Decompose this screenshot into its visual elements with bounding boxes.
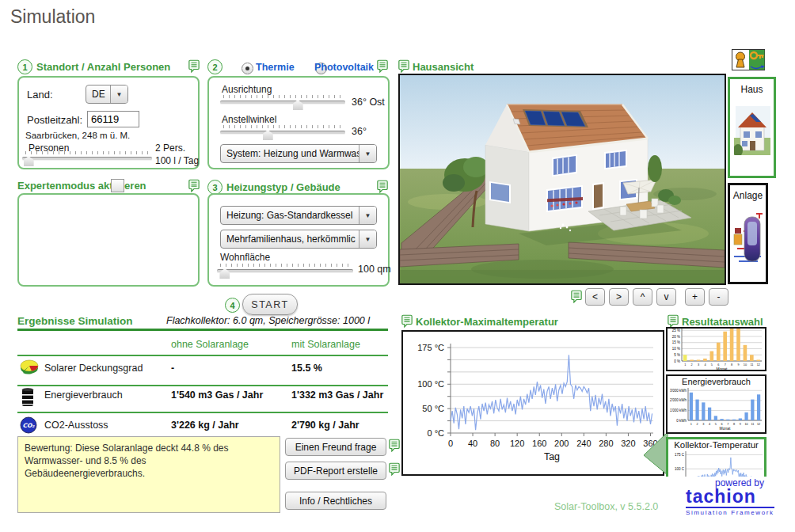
svg-text:9: 9 xyxy=(740,423,741,426)
bewertung-box: Bewertung: Diese Solaranlage deckt 44.8 … xyxy=(17,436,280,513)
expert-title: Expertenmodus aktivieren xyxy=(17,180,146,192)
svg-text:40: 40 xyxy=(468,439,477,448)
svg-text:3'000 kWh: 3'000 kWh xyxy=(670,389,687,393)
row-label: Energieverbrauch xyxy=(44,390,123,401)
step2-help-note-icon[interactable] xyxy=(377,59,388,73)
chart-help-note-icon[interactable] xyxy=(401,314,413,328)
divider xyxy=(17,412,388,413)
svg-text:1: 1 xyxy=(690,423,692,426)
divider xyxy=(17,329,388,331)
pdf-report-button[interactable]: PDF-Report erstelle xyxy=(285,462,386,480)
info-rechtliches-button[interactable]: Info / Rechtliches xyxy=(285,492,386,510)
svg-text:0 kWh: 0 kWh xyxy=(676,419,687,423)
freund-help-note-icon[interactable] xyxy=(389,439,400,452)
svg-text:320: 320 xyxy=(621,439,635,448)
svg-text:10: 10 xyxy=(744,363,747,367)
anlage-thumb-label: Anlage xyxy=(730,190,766,201)
tilt-down-button[interactable]: v xyxy=(656,288,676,306)
divider xyxy=(17,355,388,356)
anstellwinkel-label: Anstellwinkel xyxy=(222,114,276,125)
energieverbrauch-thumbnail[interactable]: Energieverbrauch 0 kWh1'000 kWh2'000 kWh… xyxy=(666,374,766,434)
anlage-view-thumbnail[interactable]: Anlage xyxy=(728,183,768,284)
col-mit-solaranlage: mit Solaranlage xyxy=(291,339,360,350)
svg-text:175 °C: 175 °C xyxy=(417,343,444,352)
row-ohne-value: 3'226 kg / Jahr xyxy=(171,420,239,431)
svg-text:2'000 kWh: 2'000 kWh xyxy=(670,398,687,402)
pdf-help-note-icon[interactable] xyxy=(389,462,400,476)
row-label: CO2-Ausstoss xyxy=(44,420,108,431)
start-button[interactable]: START xyxy=(242,294,298,315)
land-select[interactable]: DE xyxy=(86,85,128,104)
anstellwinkel-slider[interactable] xyxy=(220,124,345,140)
location-text: Saarbrücken, 248 m ü. M. xyxy=(25,131,130,140)
svg-text:12: 12 xyxy=(757,363,760,367)
svg-text:15 %: 15 % xyxy=(672,340,680,344)
step3-help-note-icon[interactable] xyxy=(377,180,388,193)
wohnflaeche-value: 100 qm xyxy=(358,264,391,275)
svg-text:160: 160 xyxy=(532,439,546,448)
hausansicht-help-note-icon[interactable] xyxy=(398,59,409,73)
svg-text:0 %: 0 % xyxy=(674,359,680,363)
rotate-right-button[interactable]: > xyxy=(609,288,629,306)
step3-panel: Heizung: Gas-Standardkessel Mehrfamilien… xyxy=(207,193,390,287)
svg-text:2: 2 xyxy=(691,363,693,367)
anlage-thumb-image xyxy=(732,207,764,271)
svg-text:10: 10 xyxy=(745,423,748,426)
col-ohne-solaranlage: ohne Solaranlage xyxy=(171,339,249,350)
svg-text:0 °C: 0 °C xyxy=(427,428,444,438)
svg-text:CO₂: CO₂ xyxy=(22,422,35,429)
zoom-in-button[interactable]: + xyxy=(685,288,705,306)
personen-slider[interactable] xyxy=(22,150,152,166)
gebaeude-select-value: Mehrfamilienhaus, herkömmlic xyxy=(221,230,359,248)
system-select[interactable]: System: Heizung und Warmwas xyxy=(220,144,377,163)
row-mit-value: 15.5 % xyxy=(291,363,322,374)
pie-chart-icon xyxy=(19,359,40,376)
svg-text:0: 0 xyxy=(448,439,453,448)
svg-text:3: 3 xyxy=(698,363,699,367)
thermie-label[interactable]: Thermie xyxy=(256,62,295,73)
expert-checkbox[interactable] xyxy=(111,179,124,192)
svg-text:80: 80 xyxy=(490,439,500,448)
gebaeude-select[interactable]: Mehrfamilienhaus, herkömmlic xyxy=(220,230,377,249)
photovoltaik-label[interactable]: Photovoltaik xyxy=(314,62,374,73)
ausrichtung-slider[interactable] xyxy=(220,94,345,110)
haus-view-thumbnail[interactable]: Haus xyxy=(728,77,776,178)
thumb-title: Energieverbrauch xyxy=(668,377,765,386)
svg-text:1: 1 xyxy=(684,363,686,367)
kollektor-temperatur-thumbnail[interactable]: Kollektor-Temperatur 50 C100 C175 C xyxy=(666,437,766,477)
rotate-left-button[interactable]: < xyxy=(585,288,605,306)
divider xyxy=(17,385,388,386)
svg-text:Monat: Monat xyxy=(717,367,728,371)
svg-text:240: 240 xyxy=(576,439,591,448)
row-mit-value: 1'332 m3 Gas / Jahr xyxy=(291,390,383,401)
row-ohne-value: - xyxy=(171,363,174,374)
svg-text:5: 5 xyxy=(715,423,717,426)
thermie-radio[interactable] xyxy=(242,63,253,74)
expert-help-note-icon[interactable] xyxy=(188,179,200,192)
step3-title: Heizungstyp / Gebäude xyxy=(226,181,340,193)
svg-text:5: 5 xyxy=(711,363,713,367)
key-login-icon[interactable] xyxy=(732,49,765,70)
freund-fragen-button[interactable]: Einen Freund frage xyxy=(285,438,386,456)
zoom-out-button[interactable]: - xyxy=(709,288,728,306)
logo-text: tachion xyxy=(686,488,774,508)
tachion-logo[interactable]: tachion Simulation Framework xyxy=(686,488,774,516)
wohnflaeche-slider[interactable] xyxy=(217,263,353,279)
results-title: Ergebnisse Simulation xyxy=(17,315,133,327)
nav-help-note-icon[interactable] xyxy=(571,290,582,303)
row-label: Solarer Deckungsgrad xyxy=(44,363,143,374)
heizung-select[interactable]: Heizung: Gas-Standardkessel xyxy=(220,206,377,225)
svg-text:120: 120 xyxy=(510,439,524,448)
svg-text:Tag: Tag xyxy=(544,451,560,462)
tilt-up-button[interactable]: ^ xyxy=(633,288,652,306)
house-3d-view[interactable] xyxy=(398,74,726,285)
svg-text:100 C: 100 C xyxy=(675,467,685,471)
svg-text:280: 280 xyxy=(599,439,613,448)
slider-track[interactable] xyxy=(22,157,152,161)
svg-text:10 %: 10 % xyxy=(672,347,680,351)
plz-input[interactable] xyxy=(87,111,139,127)
deckungsgrad-thumbnail[interactable]: 0 %5 %10 %15 %20 %25 %123456789101112Mon… xyxy=(666,327,766,371)
step1-help-note-icon[interactable] xyxy=(188,59,200,73)
wasser-value: 100 l / Tag xyxy=(155,155,199,166)
selection-connector-arrow xyxy=(640,431,668,477)
